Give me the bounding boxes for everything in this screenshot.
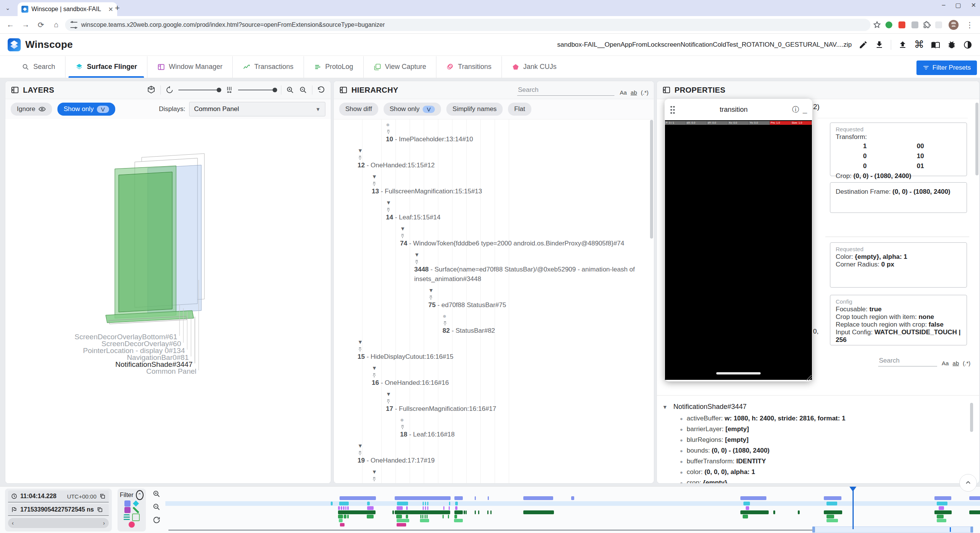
pin-icon[interactable] — [386, 208, 391, 213]
resize-handle[interactable] — [806, 375, 812, 381]
hierarchy-tree-row[interactable]: ▼●3448 - Surface(name=ed70f88 StatusBar)… — [334, 249, 654, 284]
trace-event-bar[interactable] — [422, 515, 423, 518]
trace-event-bar[interactable] — [937, 519, 946, 522]
hierarchy-tree-row[interactable]: ▼●15 - HideDisplayCutout:16:16#15 — [334, 336, 654, 362]
trace-event-bar[interactable] — [969, 510, 980, 514]
surface-flinger-icon[interactable] — [133, 500, 139, 507]
pin-icon[interactable] — [400, 234, 405, 239]
timeline-track[interactable] — [165, 496, 980, 500]
theme-toggle-icon[interactable] — [963, 40, 972, 49]
zoom-in-icon[interactable] — [152, 490, 161, 498]
range-handle-left[interactable] — [812, 526, 815, 533]
trace-event-bar[interactable] — [475, 496, 476, 500]
trace-event-bar[interactable] — [934, 496, 951, 500]
tab-close-icon[interactable]: ✕ — [108, 6, 113, 13]
trace-event-bar[interactable] — [523, 510, 554, 514]
hierarchy-scrollbar[interactable] — [650, 120, 653, 239]
reload-icon[interactable]: ⟳ — [34, 20, 47, 29]
refresh-icon[interactable] — [152, 516, 161, 524]
back-icon[interactable]: ← — [4, 20, 17, 29]
expand-arrow-icon[interactable]: ▼ — [414, 250, 424, 260]
human-time-field[interactable]: 11:04:14.228 UTC+00:00 — [8, 490, 109, 502]
zoom-out-icon[interactable] — [152, 503, 161, 511]
trace-event-bar[interactable] — [969, 496, 980, 500]
transactions-icon[interactable] — [133, 507, 139, 513]
3d-view-cube-icon[interactable] — [147, 85, 156, 95]
hierarchy-tree-row[interactable]: ▼●16 - OneHanded:16:16#16 — [334, 362, 654, 388]
drag-handle-icon[interactable] — [670, 105, 675, 114]
trace-event-bar[interactable] — [454, 515, 457, 518]
range-slider-rail[interactable] — [168, 530, 812, 531]
trace-event-bar[interactable] — [488, 496, 489, 500]
trace-event-bar[interactable] — [443, 515, 444, 518]
view-capture-icon[interactable] — [132, 513, 140, 521]
hierarchy-tree-row[interactable]: ▼●18 - Leaf:16:16#18 — [334, 414, 654, 440]
profile-avatar[interactable] — [949, 20, 959, 30]
trace-event-bar[interactable] — [423, 506, 424, 510]
edit-pencil-icon[interactable] — [859, 40, 868, 49]
regex-icon[interactable]: (.*) — [641, 89, 648, 96]
pin-icon[interactable] — [372, 181, 377, 186]
trace-event-bar[interactable] — [449, 502, 450, 505]
trace-event-bar[interactable] — [740, 510, 769, 514]
trace-event-bar[interactable] — [743, 502, 750, 505]
trace-event-bar[interactable] — [367, 506, 374, 510]
hierarchy-tree-row[interactable]: ▼●19 - OneHanded:17:17#19 — [334, 440, 654, 466]
pin-icon[interactable] — [386, 129, 391, 134]
trace-event-bar[interactable] — [392, 510, 394, 514]
trace-event-bar[interactable] — [746, 506, 749, 510]
zoom-out-icon[interactable] — [299, 86, 307, 94]
trace-event-bar[interactable] — [937, 502, 947, 505]
shortcuts-icon[interactable]: ⌘ — [914, 39, 924, 51]
trace-event-bar[interactable] — [395, 510, 450, 514]
copy-icon[interactable] — [100, 493, 106, 499]
trace-event-bar[interactable] — [455, 502, 458, 505]
trace-event-bar[interactable] — [395, 496, 451, 500]
trace-event-bar[interactable] — [339, 502, 349, 505]
pin-icon[interactable] — [386, 399, 391, 404]
extension-icon-red[interactable] — [898, 21, 905, 28]
trace-event-bar[interactable] — [406, 515, 408, 518]
timeline-track[interactable] — [165, 510, 980, 514]
new-tab-button[interactable]: + — [115, 3, 120, 13]
trace-event-bar[interactable] — [420, 515, 421, 518]
collapse-panel-icon[interactable] — [662, 86, 671, 94]
trace-event-bar[interactable] — [427, 502, 428, 505]
zoom-in-icon[interactable] — [286, 86, 294, 94]
tab-surface-flinger[interactable]: Surface Flinger — [65, 56, 147, 78]
trace-event-bar[interactable] — [343, 506, 345, 510]
trace-event-bar[interactable] — [425, 502, 426, 505]
reset-view-icon[interactable] — [317, 86, 325, 94]
trace-event-bar[interactable] — [427, 506, 428, 510]
trace-event-bar[interactable] — [406, 506, 408, 510]
pin-icon[interactable] — [400, 425, 405, 430]
timeline-track[interactable] — [165, 502, 980, 505]
window-close-icon[interactable]: ✕ — [971, 2, 976, 9]
trace-event-bar[interactable] — [464, 510, 465, 514]
window-minimize-icon[interactable]: – — [942, 2, 946, 9]
trace-event-bar[interactable] — [344, 515, 346, 518]
trace-event-bar[interactable] — [423, 502, 424, 505]
trace-event-bar[interactable] — [340, 523, 345, 526]
pin-icon[interactable] — [443, 321, 448, 326]
report-bug-icon[interactable] — [947, 40, 956, 49]
match-case-icon[interactable]: Aa — [942, 360, 949, 366]
trace-event-bar[interactable] — [338, 515, 343, 518]
layer-spacing-icon[interactable] — [225, 86, 234, 94]
hierarchy-tree-row[interactable]: ▼●10 - ImePlaceholder:13:14#10 — [334, 119, 654, 145]
filter-presets-button[interactable]: Filter Presets — [916, 60, 977, 75]
property-row[interactable]: ●barrierLayer[empty] — [662, 424, 973, 435]
trace-event-bar[interactable] — [487, 510, 488, 514]
trace-event-bar[interactable] — [338, 506, 340, 510]
property-row[interactable]: ●blurRegions[empty] — [662, 435, 973, 445]
documentation-book-icon[interactable] — [931, 40, 940, 49]
timeline-track[interactable] — [165, 519, 980, 522]
copy-icon[interactable] — [97, 507, 103, 513]
extension-icon-gray[interactable] — [911, 21, 918, 28]
timeline-track[interactable] — [165, 506, 980, 510]
download-icon[interactable] — [875, 40, 884, 49]
spacing-slider[interactable] — [238, 90, 276, 90]
trace-event-bar[interactable] — [448, 515, 449, 518]
match-case-icon[interactable]: Aa — [620, 89, 627, 96]
ignore-chip[interactable]: Ignore — [11, 103, 52, 116]
